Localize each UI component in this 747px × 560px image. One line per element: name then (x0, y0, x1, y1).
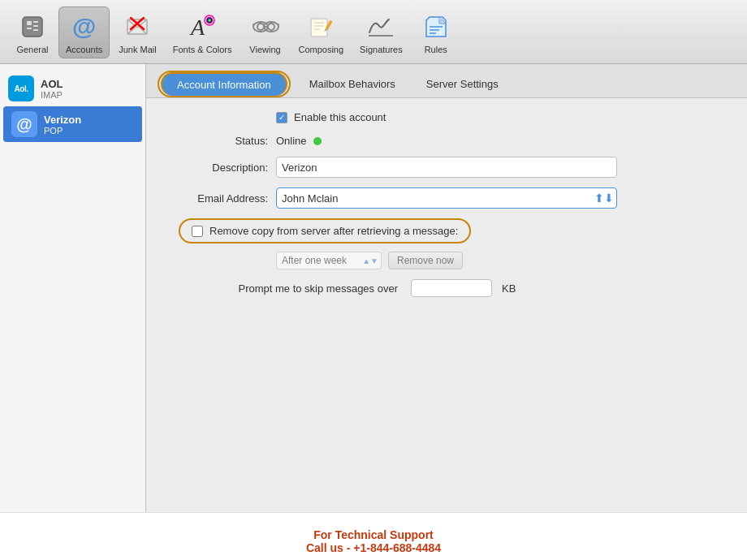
aol-avatar: Aol. (8, 75, 34, 101)
accounts-icon: @ (68, 11, 101, 43)
main-area: Aol. AOL IMAP @ Verizon POP Account Info (0, 64, 747, 512)
prompt-kb-input[interactable] (411, 279, 492, 297)
status-label: Status: (162, 135, 276, 147)
footer-line1: For Technical Support (313, 528, 434, 541)
email-select-wrapper: John Mclain ⬆⬇ (276, 187, 617, 209)
sidebar-item-verizon[interactable]: @ Verizon POP (3, 106, 142, 142)
kb-label: KB (502, 282, 516, 295)
tab-account-info[interactable]: Account Information (161, 72, 287, 96)
sidebar-item-aol[interactable]: Aol. AOL IMAP (0, 71, 145, 106)
rules-icon (420, 11, 452, 43)
svg-rect-1 (27, 21, 32, 25)
svg-rect-4 (33, 25, 38, 27)
remove-copy-outline: Remove copy from server after retrieving… (179, 218, 471, 243)
toolbar-item-signatures[interactable]: Signatures (352, 6, 410, 58)
tab-account-info-wrapper: Account Information (154, 64, 294, 97)
toolbar: General @ Accounts Junk Mail A (0, 0, 747, 64)
email-row: Email Address: John Mclain ⬆⬇ (162, 187, 731, 209)
email-select[interactable]: John Mclain (276, 187, 617, 209)
prompt-row: Prompt me to skip messages over KB (162, 279, 731, 297)
enable-row: ✓ Enable this account (276, 111, 731, 123)
content-panel: Account Information Mailbox Behaviors Se… (146, 64, 747, 512)
tab-mailbox-behaviors[interactable]: Mailbox Behaviors (294, 71, 411, 97)
remove-copy-container: Remove copy from server after retrieving… (162, 218, 731, 243)
toolbar-item-accounts[interactable]: @ Accounts (58, 6, 110, 58)
composing-icon (304, 11, 337, 43)
fonts-icon: A (186, 11, 218, 43)
rules-label: Rules (425, 45, 447, 54)
svg-rect-2 (27, 28, 32, 29)
after-select[interactable]: After one week (276, 252, 382, 269)
remove-copy-checkbox[interactable] (192, 226, 203, 237)
viewing-icon (248, 11, 281, 43)
junk-mail-label: Junk Mail (119, 45, 156, 54)
viewing-label: Viewing (249, 45, 280, 54)
remove-now-button[interactable]: Remove now (388, 252, 463, 269)
signatures-icon (365, 11, 397, 43)
after-row: After one week ▲▼ Remove now (276, 252, 731, 269)
svg-point-17 (257, 24, 264, 30)
svg-rect-5 (33, 29, 38, 31)
verizon-avatar: @ (11, 111, 37, 137)
sidebar: Aol. AOL IMAP @ Verizon POP (0, 64, 146, 512)
composing-label: Composing (298, 45, 343, 54)
svg-point-19 (268, 24, 274, 30)
status-row: Status: Online (162, 135, 731, 147)
svg-point-15 (206, 17, 213, 24)
footer: For Technical Support Call us - +1-844-6… (0, 512, 747, 560)
fonts-label: Fonts & Colors (173, 45, 232, 54)
prompt-label: Prompt me to skip messages over (162, 282, 398, 295)
svg-text:A: A (189, 15, 205, 40)
general-label: General (16, 45, 48, 54)
svg-rect-0 (23, 17, 42, 37)
status-indicator (313, 137, 322, 145)
toolbar-item-rules[interactable]: Rules (412, 6, 460, 58)
svg-rect-3 (33, 21, 38, 23)
form-area: ✓ Enable this account Status: Online Des… (146, 98, 747, 310)
general-icon (16, 11, 49, 43)
footer-line2: Call us - +1-844-688-4484 (306, 541, 441, 554)
toolbar-item-junk-mail[interactable]: Junk Mail (111, 6, 163, 58)
aol-avatar-text: Aol. (15, 84, 28, 93)
verizon-account-name: Verizon (44, 114, 81, 126)
aol-account-name: AOL (41, 78, 63, 90)
email-label: Email Address: (162, 192, 276, 205)
svg-rect-23 (311, 19, 327, 37)
remove-copy-label: Remove copy from server after retrieving… (209, 225, 458, 237)
enable-label: Enable this account (294, 111, 386, 123)
aol-account-type: IMAP (41, 90, 63, 100)
after-select-wrapper: After one week ▲▼ (276, 252, 382, 269)
status-value: Online (276, 135, 307, 147)
tab-bar: Account Information Mailbox Behaviors Se… (146, 64, 747, 98)
toolbar-item-fonts[interactable]: A Fonts & Colors (166, 6, 240, 58)
accounts-label: Accounts (66, 45, 102, 54)
tab-server-settings[interactable]: Server Settings (411, 71, 514, 97)
verizon-account-type: POP (44, 126, 81, 136)
enable-checkbox[interactable]: ✓ (276, 112, 287, 123)
toolbar-item-general[interactable]: General (8, 6, 57, 58)
description-input[interactable] (276, 157, 617, 178)
signatures-label: Signatures (360, 45, 403, 54)
toolbar-item-viewing[interactable]: Viewing (240, 6, 289, 58)
description-label: Description: (162, 162, 276, 174)
description-row: Description: (162, 157, 731, 178)
junk-mail-icon (121, 11, 153, 43)
toolbar-item-composing[interactable]: Composing (291, 6, 351, 58)
